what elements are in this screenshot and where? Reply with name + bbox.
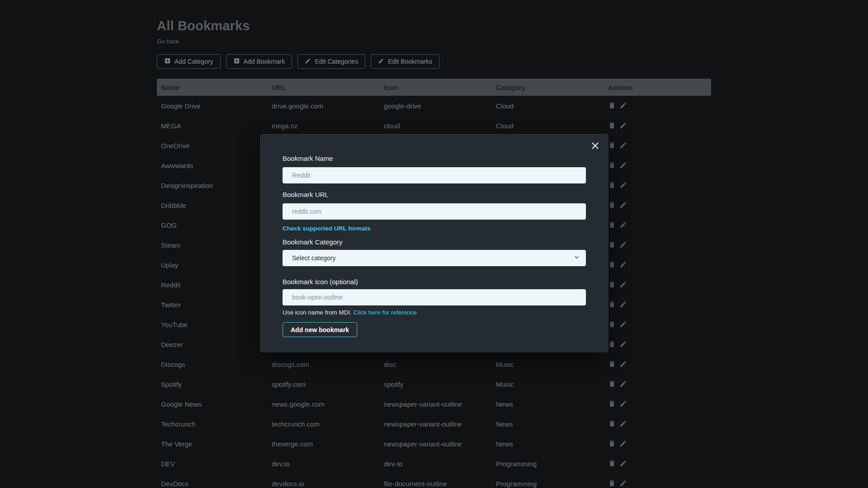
table-row: DevDocs devdocs.io file-document-outline… xyxy=(157,474,711,488)
row-actions xyxy=(608,380,711,388)
bookmark-category-cell: Programming xyxy=(496,480,608,488)
add-bookmark-modal: Bookmark Name Bookmark URL Check support… xyxy=(260,134,609,352)
delete-icon[interactable] xyxy=(608,420,616,428)
delete-icon[interactable] xyxy=(608,440,616,448)
bookmark-name-cell: Twitter xyxy=(161,301,272,309)
delete-icon[interactable] xyxy=(608,181,616,189)
table-row: DEV dev.to dev-to Programming xyxy=(157,454,711,474)
delete-icon[interactable] xyxy=(608,360,616,368)
table-row: Techcrunch techcrunch.com newspaper-vari… xyxy=(157,414,711,434)
table-header-row: Name URL Icon Category Actions xyxy=(157,79,711,96)
pencil-icon[interactable] xyxy=(619,460,627,468)
row-actions xyxy=(608,261,711,269)
add-bookmark-label: Add Bookmark xyxy=(244,58,285,65)
bookmark-name-cell: DevDocs xyxy=(161,480,272,488)
bookmark-name-cell: Google Drive xyxy=(161,102,272,110)
pencil-icon[interactable] xyxy=(619,440,627,448)
bookmark-icon-cell: file-document-outline xyxy=(384,480,496,488)
table-row: MEGA mega.nz cloud Cloud xyxy=(157,116,711,136)
row-actions xyxy=(608,181,711,189)
url-formats-link[interactable]: Check supported URL formats xyxy=(283,225,371,232)
add-category-button[interactable]: Add Category xyxy=(157,54,221,69)
delete-icon[interactable] xyxy=(608,400,616,408)
bookmark-icon-input[interactable] xyxy=(283,289,586,305)
delete-icon[interactable] xyxy=(608,102,616,110)
delete-icon[interactable] xyxy=(608,122,616,130)
bookmark-name-cell: Discogs xyxy=(161,361,272,368)
bookmark-category-cell: Music xyxy=(496,380,608,388)
row-actions xyxy=(608,221,711,229)
pencil-icon[interactable] xyxy=(619,261,627,269)
row-actions xyxy=(608,320,711,328)
pencil-icon[interactable] xyxy=(619,201,627,209)
go-back-link[interactable]: Go back xyxy=(157,38,179,45)
bookmark-name-cell: Google News xyxy=(161,400,272,408)
delete-icon[interactable] xyxy=(608,161,616,169)
bookmark-url-cell: discogs.com xyxy=(272,361,384,368)
pencil-icon[interactable] xyxy=(619,141,627,150)
bookmark-category-cell: Programming xyxy=(496,460,608,468)
plus-box-icon xyxy=(233,57,240,66)
category-select[interactable]: Select category xyxy=(283,250,586,266)
pencil-icon[interactable] xyxy=(619,221,627,229)
pencil-icon[interactable] xyxy=(619,320,627,328)
row-actions xyxy=(608,281,711,289)
delete-icon[interactable] xyxy=(608,340,616,348)
delete-icon[interactable] xyxy=(608,201,616,209)
pencil-icon[interactable] xyxy=(619,161,627,169)
bookmark-url-cell: theverge.com xyxy=(272,440,384,448)
delete-icon[interactable] xyxy=(608,241,616,249)
edit-categories-button[interactable]: Edit Categories xyxy=(297,54,365,69)
row-actions xyxy=(608,300,711,309)
add-new-bookmark-button[interactable]: Add new bookmark xyxy=(283,322,357,337)
edit-bookmarks-button[interactable]: Edit Bookmarks xyxy=(371,54,439,69)
pencil-icon[interactable] xyxy=(619,420,627,428)
pencil-icon[interactable] xyxy=(619,380,627,388)
bookmark-name-cell: Uplay xyxy=(161,261,272,269)
close-icon[interactable] xyxy=(589,139,601,152)
edit-categories-label: Edit Categories xyxy=(315,58,358,65)
add-category-label: Add Category xyxy=(175,58,213,65)
pencil-icon[interactable] xyxy=(619,102,627,110)
category-select-value: Select category xyxy=(292,254,336,262)
delete-icon[interactable] xyxy=(608,221,616,229)
bookmark-name-cell: Reddit xyxy=(161,281,272,289)
bookmark-url-cell: dev.to xyxy=(272,460,384,468)
delete-icon[interactable] xyxy=(608,281,616,289)
table-row: Google News news.google.com newspaper-va… xyxy=(157,394,711,414)
bookmark-name-input[interactable] xyxy=(283,167,586,183)
pencil-icon[interactable] xyxy=(619,400,627,408)
page-title: All Bookmarks xyxy=(157,19,250,33)
bookmark-url-label: Bookmark URL xyxy=(283,191,586,199)
pencil-icon[interactable] xyxy=(619,122,627,130)
pencil-icon[interactable] xyxy=(619,281,627,289)
row-actions xyxy=(608,161,711,169)
pencil-icon[interactable] xyxy=(619,300,627,309)
bookmark-icon-cell: dev-to xyxy=(384,460,496,468)
row-actions xyxy=(608,141,711,150)
bookmark-url-input[interactable] xyxy=(283,203,586,220)
pencil-icon[interactable] xyxy=(619,360,627,368)
bookmark-url-cell: spotify.com xyxy=(272,380,384,388)
bookmark-url-cell: drive.google.com xyxy=(272,102,384,110)
pencil-icon[interactable] xyxy=(619,241,627,249)
delete-icon[interactable] xyxy=(608,380,616,388)
bookmark-category-cell: News xyxy=(496,420,608,428)
delete-icon[interactable] xyxy=(608,141,616,150)
delete-icon[interactable] xyxy=(608,320,616,328)
mdi-reference-link[interactable]: Click here for reference xyxy=(354,309,417,316)
bookmark-name-cell: DEV xyxy=(161,460,272,468)
pencil-icon[interactable] xyxy=(619,181,627,189)
bookmark-url-cell: techcrunch.com xyxy=(272,420,384,428)
table-row: Google Drive drive.google.com google-dri… xyxy=(157,96,711,116)
delete-icon[interactable] xyxy=(608,300,616,309)
pencil-icon[interactable] xyxy=(619,340,627,348)
plus-box-icon xyxy=(164,57,171,66)
pencil-icon[interactable] xyxy=(619,479,627,488)
add-bookmark-button[interactable]: Add Bookmark xyxy=(226,54,292,69)
delete-icon[interactable] xyxy=(608,479,616,488)
bookmark-icon-cell: newspaper-variant-outline xyxy=(384,440,496,448)
delete-icon[interactable] xyxy=(608,460,616,468)
delete-icon[interactable] xyxy=(608,261,616,269)
mdi-help-text-static: Use icon name from MDI. xyxy=(283,309,354,316)
